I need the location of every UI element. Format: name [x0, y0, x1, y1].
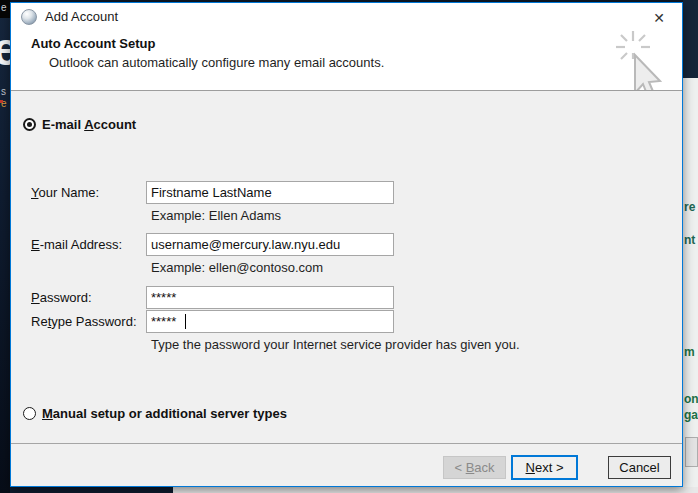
email-account-option[interactable]: E-mail Account [23, 117, 136, 132]
your-name-input[interactable] [146, 181, 394, 204]
screen: e e s e re nt m on gat Add Account ✕ Aut… [0, 0, 698, 493]
retype-password-field-wrap [146, 310, 394, 333]
retype-password-input[interactable] [146, 310, 394, 333]
dialog-content: E-mail Account Your Name: Example: Ellen… [11, 91, 682, 443]
bg-text-fragment: re [684, 200, 695, 214]
bg-text-fragment: m [684, 345, 695, 359]
radio-selected-icon[interactable] [23, 118, 36, 131]
label-part: ack [474, 460, 494, 475]
label-part: ccount [94, 117, 137, 132]
email-address-label: E-mail Address: [31, 237, 122, 252]
back-button[interactable]: < Back [443, 456, 506, 479]
password-hint: Type the password your Internet service … [151, 337, 520, 352]
label-part: < [454, 460, 465, 475]
manual-setup-option[interactable]: Manual setup or additional server types [23, 406, 287, 421]
label-accesskey: A [84, 117, 93, 132]
label-part: assword: [40, 290, 92, 305]
text-caret [185, 314, 186, 329]
password-input[interactable] [146, 286, 394, 309]
label-accesskey: N [526, 460, 535, 475]
bg-text-fragment: gat [684, 408, 698, 422]
label-part: Re [31, 314, 48, 329]
password-label: Password: [31, 290, 92, 305]
background-right-strip: re nt m on gat [683, 0, 698, 493]
label-part: E-mail [42, 117, 84, 132]
label-accesskey: M [42, 406, 53, 421]
background-bottom-navy [10, 487, 173, 493]
header-subtitle: Outlook can automatically configure many… [49, 55, 384, 70]
add-account-globe-icon [21, 9, 37, 25]
bg-text-fragment: nt [684, 233, 695, 247]
radio-unselected-icon[interactable] [23, 407, 36, 420]
bg-text-fragment: e [1, 98, 7, 109]
label-part: ype Password: [51, 314, 136, 329]
bg-text-fragment: on [684, 392, 698, 406]
email-account-label: E-mail Account [42, 117, 136, 132]
background-navy-band [683, 0, 698, 78]
retype-password-label: Retype Password: [31, 314, 137, 329]
your-name-label: Your Name: [31, 185, 99, 200]
email-address-example: Example: ellen@contoso.com [151, 260, 323, 275]
dialog-title: Add Account [45, 9, 118, 24]
manual-setup-label: Manual setup or additional server types [42, 406, 287, 421]
wizard-header: Auto Account Setup Outlook can automatic… [11, 31, 682, 90]
background-button-fragment [685, 437, 698, 467]
label-accesskey: P [31, 290, 40, 305]
cancel-button[interactable]: Cancel [608, 456, 671, 479]
label-part: -mail Address: [40, 237, 122, 252]
bg-text-fragment: s [1, 86, 6, 97]
background-topbar-fragment: e [0, 0, 10, 18]
button-bar: < Back Next > Cancel [11, 444, 682, 486]
your-name-example: Example: Ellen Adams [151, 208, 281, 223]
bg-text-fragment: e [1, 2, 7, 13]
dialog-titlebar[interactable]: Add Account ✕ [11, 3, 682, 31]
label-part: ext > [535, 460, 564, 475]
background-bottom-gray [173, 487, 698, 493]
next-button[interactable]: Next > [511, 455, 578, 480]
email-address-input[interactable] [146, 233, 394, 256]
label-part: our Name: [38, 185, 99, 200]
your-name-field-wrap [146, 181, 394, 204]
background-left-strip: e e s e [0, 0, 10, 493]
add-account-dialog: Add Account ✕ Auto Account Setup Outlook… [10, 2, 683, 487]
label-part: anual setup or additional server types [53, 406, 287, 421]
close-icon[interactable]: ✕ [644, 5, 674, 31]
header-title: Auto Account Setup [31, 36, 155, 51]
label-accesskey: E [31, 237, 40, 252]
password-field-wrap [146, 286, 394, 309]
email-address-field-wrap [146, 233, 394, 256]
outlook-logo-fragment: e [0, 26, 10, 72]
